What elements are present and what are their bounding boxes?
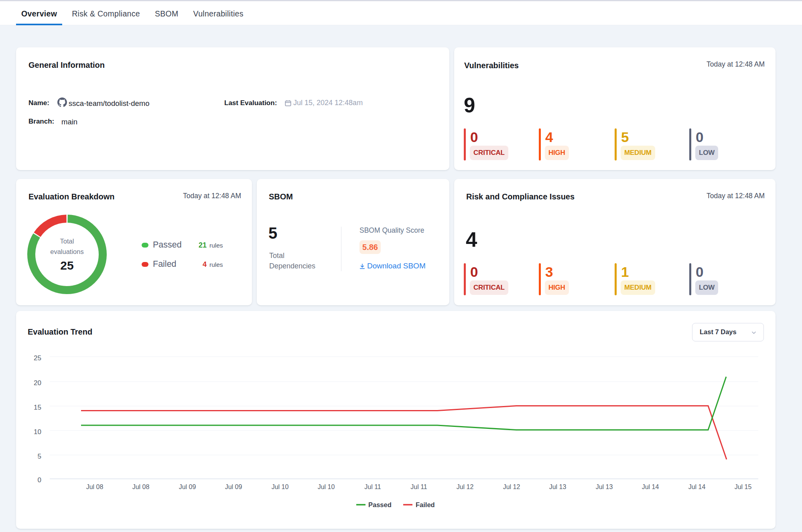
svg-text:Jul 13: Jul 13 (549, 483, 566, 490)
svg-text:10: 10 (34, 428, 41, 436)
svg-text:15: 15 (34, 404, 41, 411)
svg-text:Jul 14: Jul 14 (688, 483, 706, 490)
svg-text:Jul 11: Jul 11 (364, 483, 381, 490)
svg-text:Passed: Passed (368, 501, 392, 508)
svg-text:Jul 15: Jul 15 (735, 483, 752, 490)
svg-text:Jul 08: Jul 08 (86, 483, 104, 490)
svg-text:Jul 10: Jul 10 (272, 483, 289, 490)
svg-text:Jul 12: Jul 12 (457, 483, 474, 490)
svg-text:0: 0 (38, 476, 41, 484)
svg-text:Jul 09: Jul 09 (179, 483, 196, 490)
svg-text:Jul 13: Jul 13 (596, 483, 613, 490)
svg-text:25: 25 (34, 354, 41, 362)
svg-text:Jul 14: Jul 14 (642, 483, 659, 490)
svg-text:Failed: Failed (416, 501, 435, 508)
svg-text:Jul 11: Jul 11 (410, 483, 427, 490)
svg-text:Jul 08: Jul 08 (132, 483, 150, 490)
svg-text:5: 5 (38, 453, 41, 460)
svg-text:Jul 09: Jul 09 (225, 483, 242, 490)
svg-text:Jul 10: Jul 10 (318, 483, 335, 490)
svg-text:20: 20 (34, 379, 41, 387)
svg-text:Jul 12: Jul 12 (503, 483, 520, 490)
